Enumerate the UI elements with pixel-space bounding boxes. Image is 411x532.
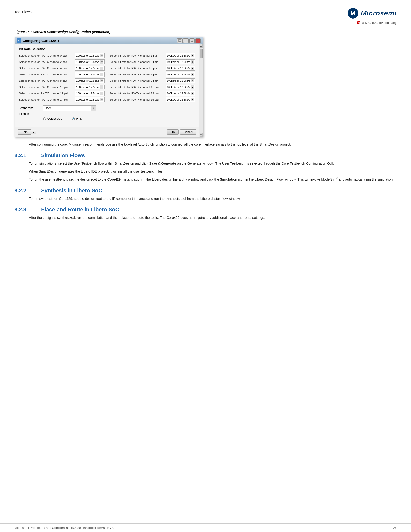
bit-rate-select-right-6[interactable]: 100kb/s or 12.5kb/s ▼	[166, 91, 195, 96]
dialog-scrollbar[interactable]: ▲ ▼	[199, 44, 203, 137]
bit-rate-label-right-3: Select bit rate for RX/TX channel 7 pair	[110, 73, 164, 76]
bit-rate-select-left-2[interactable]: 100kb/s or 12.5kb/s ▼	[75, 66, 105, 71]
select-box-right-0[interactable]: 100kb/s or 12.5kb/s ▼	[166, 53, 195, 58]
select-value-left-7: 100kb/s or 12.5kb/s	[76, 98, 99, 101]
testbench-select[interactable]: User ▼	[43, 105, 96, 111]
section-823-content: After the design is synthesized, run the…	[29, 215, 396, 220]
bit-rate-select-left-4[interactable]: 100kb/s or 12.5kb/s ▼	[75, 78, 105, 83]
microchip-logo-icon: m	[356, 20, 361, 25]
dialog-titlebar-left: C Configuring CORE429_1	[17, 38, 59, 43]
bit-rate-label-right-0: Select bit rate for RX/TX channel 1 pair	[110, 54, 164, 57]
section-821-para1: To run simulations, select the User Test…	[29, 161, 396, 166]
help-button-group: Help ▼	[18, 129, 36, 135]
figure-caption: Figure 18 • Core429 SmartDesign Configur…	[15, 30, 396, 34]
select-value-right-6: 100kb/s or 12.5kb/s	[167, 92, 190, 95]
select-arrow-right-5: ▼	[191, 85, 194, 89]
select-arrow-left-0: ▼	[100, 54, 103, 57]
bit-rate-select-right-4[interactable]: 100kb/s or 12.5kb/s ▼	[166, 78, 195, 83]
bit-rate-select-right-2[interactable]: 100kb/s or 12.5kb/s ▼	[166, 66, 195, 71]
select-box-right-1[interactable]: 100kb/s or 12.5kb/s ▼	[166, 59, 195, 64]
logo-area: M Microsemi m a MICROCHIP company	[347, 7, 397, 25]
radio-obfuscated-label: Obfuscated	[47, 117, 62, 120]
dialog-save-btn[interactable]	[177, 38, 183, 43]
bit-rate-select-left-7[interactable]: 100kb/s or 12.5kb/s ▼	[75, 97, 105, 102]
select-box-left-5[interactable]: 100kb/s or 12.5kb/s ▼	[75, 85, 105, 89]
license-radio-group: Obfuscated RTL	[43, 117, 195, 120]
section-821-number: 8.2.1	[15, 152, 34, 159]
select-box-left-1[interactable]: 100kb/s or 12.5kb/s ▼	[75, 59, 105, 64]
radio-rtl[interactable]: RTL	[72, 117, 82, 120]
select-value-right-7: 100kb/s or 12.5kb/s	[167, 98, 190, 101]
select-box-left-3[interactable]: 100kb/s or 12.5kb/s ▼	[75, 72, 105, 77]
bit-rate-select-right-5[interactable]: 100kb/s or 12.5kb/s ▼	[166, 85, 195, 89]
dialog-minimize-btn[interactable]: ─	[183, 38, 188, 43]
bit-rate-select-right-7[interactable]: 100kb/s or 12.5kb/s ▼	[166, 97, 195, 102]
bit-rate-row-left-6: Select bit rate for RX/TX channel 12 pai…	[19, 91, 105, 96]
select-arrow-left-7: ▼	[100, 98, 103, 101]
page-footer: Microsemi Proprietary and Confidential H…	[0, 523, 411, 532]
help-dropdown-arrow[interactable]: ▼	[31, 130, 36, 134]
bit-rate-select-left-3[interactable]: 100kb/s or 12.5kb/s ▼	[75, 72, 105, 77]
bit-rate-select-right-3[interactable]: 100kb/s or 12.5kb/s ▼	[166, 72, 195, 77]
bold-simulation: Simulation	[220, 178, 237, 181]
license-label: License:	[19, 112, 41, 116]
bit-rate-row-right-6: Select bit rate for RX/TX channel 13 pai…	[110, 91, 195, 96]
bit-rate-label-left-2: Select bit rate for RX/TX channel 4 pair	[19, 67, 73, 70]
footer-right: 26	[393, 526, 396, 530]
section-821-heading: 8.2.1 Simulation Flows	[15, 152, 396, 159]
bit-rate-select-left-1[interactable]: 100kb/s or 12.5kb/s ▼	[75, 59, 105, 64]
bit-rate-label-right-7: Select bit rate for RX/TX channel 15 pai…	[110, 98, 164, 101]
section-823-heading: 8.2.3 Place-and-Route in Libero SoC	[15, 207, 396, 213]
select-box-right-3[interactable]: 100kb/s or 12.5kb/s ▼	[166, 72, 195, 77]
scroll-thumb[interactable]	[200, 49, 203, 58]
dialog-close-btn[interactable]: ✕	[195, 38, 201, 43]
section-823-para1: After the design is synthesized, run the…	[29, 215, 396, 220]
bit-rate-select-left-6[interactable]: 100kb/s or 12.5kb/s ▼	[75, 91, 105, 96]
select-box-left-2[interactable]: 100kb/s or 12.5kb/s ▼	[75, 66, 105, 71]
bit-rate-row-left-5: Select bit rate for RX/TX channel 10 pai…	[19, 85, 105, 89]
section-821-title: Simulation Flows	[41, 152, 85, 159]
select-box-right-5[interactable]: 100kb/s or 12.5kb/s ▼	[166, 85, 195, 89]
ok-button[interactable]: OK	[167, 129, 179, 135]
bit-rate-select-left-0[interactable]: 100kb/s or 12.5kb/s ▼	[75, 53, 105, 58]
bit-rate-select-right-0[interactable]: 100kb/s or 12.5kb/s ▼	[166, 53, 195, 58]
select-box-right-2[interactable]: 100kb/s or 12.5kb/s ▼	[166, 66, 195, 71]
select-arrow-left-2: ▼	[100, 66, 103, 70]
radio-obfuscated[interactable]: Obfuscated	[43, 117, 62, 120]
select-box-left-4[interactable]: 100kb/s or 12.5kb/s ▼	[75, 78, 105, 83]
scroll-down-icon[interactable]: ▼	[200, 133, 203, 137]
select-box-left-6[interactable]: 100kb/s or 12.5kb/s ▼	[75, 91, 105, 96]
section-822-number: 8.2.2	[15, 187, 34, 194]
select-box-left-7[interactable]: 100kb/s or 12.5kb/s ▼	[75, 97, 105, 102]
bit-rate-label-left-5: Select bit rate for RX/TX channel 10 pai…	[19, 86, 73, 88]
bit-rate-row-right-4: Select bit rate for RX/TX channel 9 pair…	[110, 78, 195, 83]
select-value-right-4: 100kb/s or 12.5kb/s	[167, 79, 190, 82]
bit-rate-select-right-1[interactable]: 100kb/s or 12.5kb/s ▼	[166, 59, 195, 64]
dialog-layout: Bit Rate Selection Select bit rate for R…	[15, 44, 203, 137]
bit-rate-select-left-5[interactable]: 100kb/s or 12.5kb/s ▼	[75, 85, 105, 89]
select-value-left-1: 100kb/s or 12.5kb/s	[76, 60, 99, 63]
scroll-up-icon[interactable]: ▲	[200, 44, 203, 48]
radio-rtl-circle	[72, 117, 75, 120]
select-box-left-0[interactable]: 100kb/s or 12.5kb/s ▼	[75, 53, 105, 58]
dialog-maximize-btn[interactable]: □	[189, 38, 195, 43]
select-box-right-7[interactable]: 100kb/s or 12.5kb/s ▼	[166, 97, 195, 102]
select-value-left-2: 100kb/s or 12.5kb/s	[76, 67, 99, 70]
bit-rate-label-left-4: Select bit rate for RX/TX channel 8 pair	[19, 79, 73, 82]
bit-rate-label-left-3: Select bit rate for RX/TX channel 6 pair	[19, 73, 73, 76]
dialog-app-icon: C	[17, 38, 21, 43]
help-button[interactable]: Help	[18, 129, 31, 135]
bit-rate-row-left-1: Select bit rate for RX/TX channel 2 pair…	[19, 59, 105, 64]
cancel-button[interactable]: Cancel	[180, 129, 196, 135]
select-arrow-right-6: ▼	[191, 92, 194, 95]
bold-save-generate: Save & Generate	[149, 162, 176, 165]
select-value-left-5: 100kb/s or 12.5kb/s	[76, 86, 99, 88]
select-arrow-right-4: ▼	[191, 79, 194, 83]
select-box-right-6[interactable]: 100kb/s or 12.5kb/s ▼	[166, 91, 195, 96]
select-arrow-left-1: ▼	[100, 60, 103, 64]
bit-rate-row-right-2: Select bit rate for RX/TX channel 5 pair…	[110, 66, 195, 71]
license-row: License:	[19, 112, 195, 116]
select-box-right-4[interactable]: 100kb/s or 12.5kb/s ▼	[166, 78, 195, 83]
bit-rate-label-right-2: Select bit rate for RX/TX channel 5 pair	[110, 67, 164, 70]
bit-rate-row-left-0: Select bit rate for RX/TX channel 0 pair…	[19, 53, 105, 58]
